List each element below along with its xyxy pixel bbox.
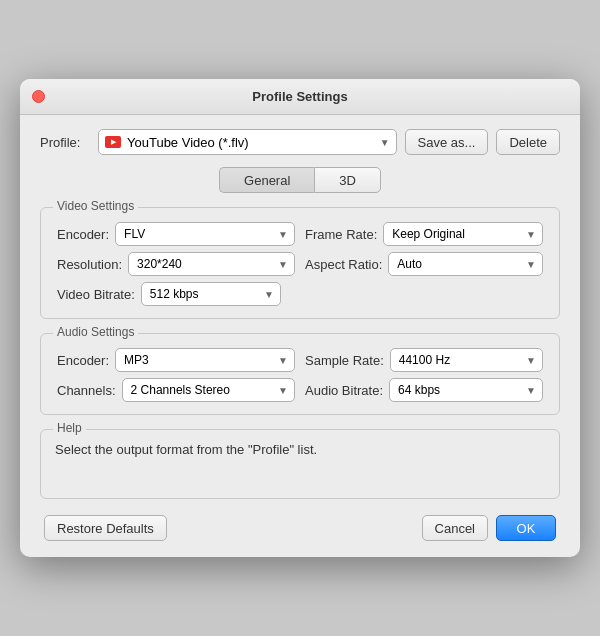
encoder-display[interactable]: FLV ▼	[115, 222, 295, 246]
cancel-button[interactable]: Cancel	[422, 515, 488, 541]
restore-defaults-button[interactable]: Restore Defaults	[44, 515, 167, 541]
audio-bitrate-label: Audio Bitrate:	[305, 383, 383, 398]
aspect-ratio-value: Auto	[397, 257, 422, 271]
frame-rate-value: Keep Original	[392, 227, 465, 241]
resolution-row: Resolution: 320*240 ▼	[57, 252, 295, 276]
youtube-icon	[105, 136, 121, 148]
bottom-row: Restore Defaults Cancel OK	[40, 515, 560, 541]
channels-row: Channels: 2 Channels Stereo ▼	[57, 378, 295, 402]
window-title: Profile Settings	[252, 89, 347, 104]
aspect-ratio-chevron-icon: ▼	[526, 259, 536, 270]
frame-rate-dropdown[interactable]: Keep Original ▼	[383, 222, 543, 246]
audio-bitrate-value: 64 kbps	[398, 383, 440, 397]
audio-encoder-value: MP3	[124, 353, 149, 367]
sample-rate-label: Sample Rate:	[305, 353, 384, 368]
sample-rate-row: Sample Rate: 44100 Hz ▼	[305, 348, 543, 372]
frame-rate-row: Frame Rate: Keep Original ▼	[305, 222, 543, 246]
sample-rate-chevron-icon: ▼	[526, 355, 536, 366]
ok-button[interactable]: OK	[496, 515, 556, 541]
audio-encoder-dropdown[interactable]: MP3 ▼	[115, 348, 295, 372]
audio-settings-section: Audio Settings Encoder: MP3 ▼ Sample Rat…	[40, 333, 560, 415]
resolution-chevron-icon: ▼	[278, 259, 288, 270]
frame-rate-display[interactable]: Keep Original ▼	[383, 222, 543, 246]
video-bitrate-chevron-icon: ▼	[264, 289, 274, 300]
resolution-value: 320*240	[137, 257, 182, 271]
video-bitrate-display[interactable]: 512 kbps ▼	[141, 282, 281, 306]
audio-encoder-label: Encoder:	[57, 353, 109, 368]
profile-value: YouTube Video (*.flv)	[127, 135, 372, 150]
chevron-down-icon: ▼	[380, 137, 390, 148]
delete-button[interactable]: Delete	[496, 129, 560, 155]
video-settings-grid: Encoder: FLV ▼ Frame Rate: Keep Original	[57, 222, 543, 306]
encoder-dropdown[interactable]: FLV ▼	[115, 222, 295, 246]
save-as-button[interactable]: Save as...	[405, 129, 489, 155]
help-text: Select the output format from the "Profi…	[55, 442, 545, 457]
video-bitrate-label: Video Bitrate:	[57, 287, 135, 302]
video-bitrate-dropdown[interactable]: 512 kbps ▼	[141, 282, 281, 306]
sample-rate-dropdown[interactable]: 44100 Hz ▼	[390, 348, 543, 372]
tab-general[interactable]: General	[219, 167, 314, 193]
encoder-chevron-icon: ▼	[278, 229, 288, 240]
encoder-value: FLV	[124, 227, 145, 241]
audio-bitrate-dropdown[interactable]: 64 kbps ▼	[389, 378, 543, 402]
profile-row: Profile: YouTube Video (*.flv) ▼ Save as…	[40, 129, 560, 155]
title-bar: Profile Settings	[20, 79, 580, 115]
profile-settings-window: Profile Settings Profile: YouTube Video …	[20, 79, 580, 557]
bottom-right-buttons: Cancel OK	[422, 515, 556, 541]
channels-label: Channels:	[57, 383, 116, 398]
aspect-ratio-dropdown[interactable]: Auto ▼	[388, 252, 543, 276]
close-button[interactable]	[32, 90, 45, 103]
audio-settings-grid: Encoder: MP3 ▼ Sample Rate: 44100 Hz	[57, 348, 543, 402]
tab-3d[interactable]: 3D	[314, 167, 381, 193]
resolution-dropdown[interactable]: 320*240 ▼	[128, 252, 295, 276]
video-settings-title: Video Settings	[53, 199, 138, 213]
video-bitrate-value: 512 kbps	[150, 287, 199, 301]
help-section: Help Select the output format from the "…	[40, 429, 560, 499]
video-bitrate-row: Video Bitrate: 512 kbps ▼	[57, 282, 543, 306]
audio-bitrate-row: Audio Bitrate: 64 kbps ▼	[305, 378, 543, 402]
tabs-row: General 3D	[40, 167, 560, 193]
channels-display[interactable]: 2 Channels Stereo ▼	[122, 378, 295, 402]
audio-settings-title: Audio Settings	[53, 325, 138, 339]
encoder-label: Encoder:	[57, 227, 109, 242]
resolution-label: Resolution:	[57, 257, 122, 272]
main-content: Profile: YouTube Video (*.flv) ▼ Save as…	[20, 115, 580, 557]
aspect-ratio-row: Aspect Ratio: Auto ▼	[305, 252, 543, 276]
channels-value: 2 Channels Stereo	[131, 383, 230, 397]
audio-encoder-row: Encoder: MP3 ▼	[57, 348, 295, 372]
aspect-ratio-label: Aspect Ratio:	[305, 257, 382, 272]
help-title: Help	[53, 421, 86, 435]
channels-chevron-icon: ▼	[278, 385, 288, 396]
video-settings-section: Video Settings Encoder: FLV ▼ Frame Rate…	[40, 207, 560, 319]
sample-rate-value: 44100 Hz	[399, 353, 450, 367]
encoder-row: Encoder: FLV ▼	[57, 222, 295, 246]
audio-encoder-chevron-icon: ▼	[278, 355, 288, 366]
sample-rate-display[interactable]: 44100 Hz ▼	[390, 348, 543, 372]
profile-label: Profile:	[40, 135, 90, 150]
channels-dropdown[interactable]: 2 Channels Stereo ▼	[122, 378, 295, 402]
audio-encoder-display[interactable]: MP3 ▼	[115, 348, 295, 372]
resolution-display[interactable]: 320*240 ▼	[128, 252, 295, 276]
audio-bitrate-chevron-icon: ▼	[526, 385, 536, 396]
aspect-ratio-display[interactable]: Auto ▼	[388, 252, 543, 276]
frame-rate-chevron-icon: ▼	[526, 229, 536, 240]
frame-rate-label: Frame Rate:	[305, 227, 377, 242]
audio-bitrate-display[interactable]: 64 kbps ▼	[389, 378, 543, 402]
profile-dropdown[interactable]: YouTube Video (*.flv) ▼	[98, 129, 397, 155]
